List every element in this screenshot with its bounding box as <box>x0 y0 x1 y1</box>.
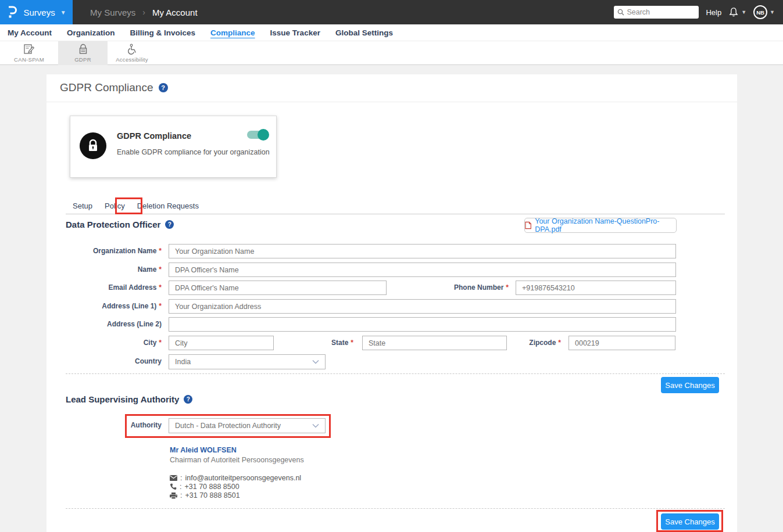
gdpr-card-title: GDPR Compliance <box>117 131 191 141</box>
pdf-link-label: Your Organization Name-QuestionPro-DPA.p… <box>535 217 676 233</box>
help-icon[interactable]: ? <box>184 395 192 404</box>
gdpr-toggle[interactable] <box>247 131 268 139</box>
organization-name-input[interactable] <box>169 244 676 258</box>
lock-badge-icon <box>80 132 106 159</box>
envelope-icon <box>170 475 177 481</box>
tab-policy[interactable]: Policy <box>105 202 125 210</box>
name-input[interactable] <box>169 263 676 277</box>
divider <box>66 508 725 509</box>
account-menu[interactable]: NB ▼ <box>753 5 775 19</box>
authority-contact-phone: +31 70 888 8500 <box>184 483 239 491</box>
subnav-issue-tracker[interactable]: Issue Tracker <box>270 25 320 41</box>
tab-can-spam[interactable]: CAN-SPAM <box>0 41 58 65</box>
chevron-down-icon: ▼ <box>741 9 746 15</box>
organization-name-label: Organization Name* <box>47 244 162 258</box>
tab-setup[interactable]: Setup <box>73 202 92 210</box>
gdpr-section-tabs: Setup Policy Deletion Requests <box>73 202 199 210</box>
authority-contact-email: info@autoriteitpersoonsgegevens.nl <box>185 474 301 482</box>
search-icon <box>617 9 624 16</box>
phone-input[interactable] <box>516 281 676 295</box>
help-icon[interactable]: ? <box>165 220 174 229</box>
zipcode-label: Zipcode* <box>506 336 561 350</box>
notifications-menu[interactable]: ▼ <box>728 7 746 18</box>
avatar: NB <box>753 5 767 19</box>
dpa-pdf-link[interactable]: Your Organization Name-QuestionPro-DPA.p… <box>524 218 677 233</box>
zipcode-input[interactable] <box>569 336 675 350</box>
address2-input[interactable] <box>169 317 676 332</box>
country-select-value: India <box>175 358 191 366</box>
breadcrumb-my-surveys[interactable]: My Surveys <box>90 8 135 17</box>
authority-select[interactable]: Dutch - Data Protection Authority <box>169 418 326 433</box>
dpo-heading: Data Protection Officer <box>66 220 160 229</box>
help-link[interactable]: Help <box>706 8 721 17</box>
divider <box>66 373 725 374</box>
state-label: State* <box>302 336 353 350</box>
city-label: City* <box>47 336 162 350</box>
gdpr-toggle-card: GDPR Compliance Enable GDPR compliance f… <box>70 116 277 178</box>
authority-contact-role: Chairman of Autoriteit Persoonsgegevens <box>170 456 304 464</box>
pdf-file-icon <box>525 221 531 229</box>
separator: : <box>180 491 182 499</box>
authority-contact-email-line: : info@autoriteitpersoonsgegevens.nl <box>170 474 301 482</box>
tab-gdpr[interactable]: GDPR <box>58 41 108 65</box>
form-row-address1: Address (Line 1)* <box>47 299 737 314</box>
wheelchair-icon <box>126 44 138 55</box>
save-changes-button-dpo[interactable]: Save Changes <box>661 377 719 393</box>
breadcrumb-separator-icon: › <box>142 8 145 17</box>
gdpr-card-description: Enable GDPR compliance for your organiza… <box>117 148 270 156</box>
save-changes-button-lsa[interactable]: Save Changes <box>661 513 719 530</box>
form-row-organization-name: Organization Name* <box>47 244 737 258</box>
chevron-down-icon: ▼ <box>60 9 66 16</box>
breadcrumb: My Surveys › My Account <box>90 8 198 17</box>
country-label: Country <box>47 354 162 369</box>
divider <box>47 102 737 102</box>
subnav-billing-invoices[interactable]: Billing & Invoices <box>130 25 196 41</box>
tab-deletion-requests[interactable]: Deletion Requests <box>137 202 199 210</box>
state-input[interactable] <box>362 336 507 350</box>
phone-label: Phone Number* <box>395 281 509 295</box>
account-subnav: My Account Organization Billing & Invoic… <box>0 24 783 41</box>
address1-label: Address (Line 1)* <box>47 299 162 314</box>
fax-icon <box>170 493 177 499</box>
subnav-my-account[interactable]: My Account <box>8 25 52 41</box>
email-label: Email Address* <box>47 281 162 295</box>
city-input[interactable] <box>169 336 274 350</box>
app-screen: Surveys ▼ My Surveys › My Account Help ▼ <box>0 0 783 532</box>
help-icon[interactable]: ? <box>159 83 168 92</box>
chevron-down-icon <box>312 423 319 428</box>
bell-icon <box>728 7 739 18</box>
tab-label: CAN-SPAM <box>14 56 44 63</box>
subnav-compliance[interactable]: Compliance <box>210 25 255 41</box>
authority-contact-name: Mr Aleid WOLFSEN <box>170 446 237 454</box>
country-select[interactable]: India <box>169 354 326 369</box>
form-row-country: Country India <box>47 354 737 369</box>
search-box[interactable] <box>614 6 699 19</box>
divider <box>66 214 725 214</box>
top-bar: Surveys ▼ My Surveys › My Account Help ▼ <box>0 0 783 24</box>
document-pencil-icon <box>23 44 35 55</box>
compliance-icon-tabs: CAN-SPAM GDPR Accessibility <box>0 41 783 65</box>
address2-label: Address (Line 2) <box>47 317 162 332</box>
email-input[interactable] <box>169 281 387 295</box>
authority-contact-fax-line: : +31 70 888 8501 <box>170 491 240 499</box>
tab-label: GDPR <box>74 56 91 63</box>
surveys-product-menu[interactable]: Surveys ▼ <box>0 0 73 24</box>
gdpr-compliance-panel: GDPR Compliance ? GDPR Compliance Enable… <box>47 74 737 532</box>
authority-contact-phone-line: : +31 70 888 8500 <box>170 483 239 491</box>
name-label: Name* <box>47 263 162 277</box>
form-row-address2: Address (Line 2) <box>47 317 737 332</box>
subnav-organization[interactable]: Organization <box>67 25 115 41</box>
lsa-heading: Lead Supervising Authority <box>66 394 179 404</box>
chevron-down-icon: ▼ <box>770 9 775 15</box>
search-input[interactable] <box>627 8 691 16</box>
subnav-global-settings[interactable]: Global Settings <box>335 25 393 41</box>
phone-icon <box>170 483 177 490</box>
chevron-down-icon <box>312 360 319 364</box>
authority-select-value: Dutch - Data Protection Authority <box>175 422 281 430</box>
breadcrumb-my-account: My Account <box>152 8 198 17</box>
address1-input[interactable] <box>169 299 676 314</box>
product-label: Surveys <box>23 8 55 17</box>
tab-accessibility[interactable]: Accessibility <box>108 41 156 65</box>
toggle-knob <box>258 129 269 141</box>
form-row-email-phone: Email Address* Phone Number* <box>47 281 737 295</box>
